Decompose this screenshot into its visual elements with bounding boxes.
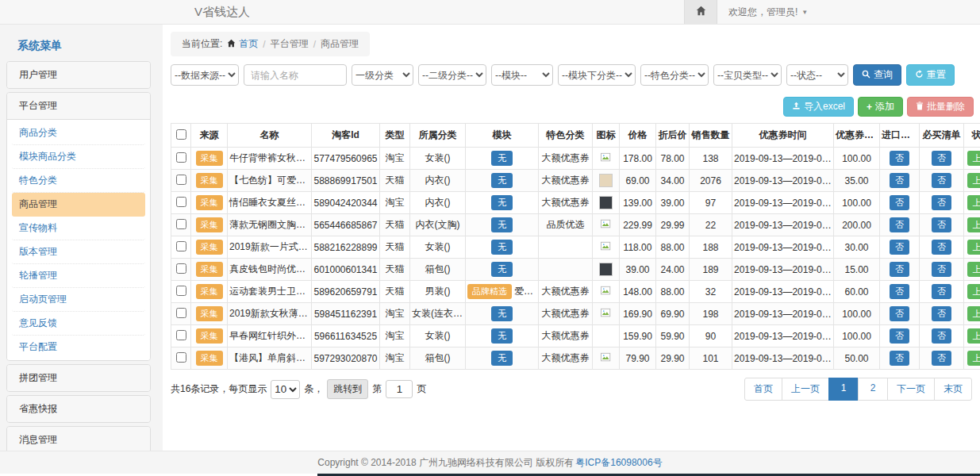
sidebar-item-平台配置[interactable]: 平台配置 [12, 336, 145, 359]
sales-cell: 90 [690, 325, 732, 347]
status-toggle[interactable]: 上架 [967, 240, 980, 255]
row-checkbox[interactable] [176, 330, 186, 340]
row-checkbox[interactable] [176, 241, 186, 251]
row-checkbox[interactable] [176, 286, 186, 296]
status-toggle[interactable]: 上架 [967, 195, 980, 210]
sidebar-item-特色分类[interactable]: 特色分类 [12, 169, 145, 193]
import-choice-toggle[interactable]: 否 [890, 217, 909, 232]
status-toggle[interactable]: 上架 [967, 328, 980, 344]
source-badge: 采集 [196, 173, 223, 188]
feature-cell: 大额优惠券 [539, 347, 593, 370]
name-cell: 情侣睡衣女夏丝绸男士... [228, 192, 312, 214]
source-badge: 采集 [196, 306, 223, 321]
source-badge: 采集 [196, 195, 223, 210]
import-excel-button[interactable]: 导入excel [783, 97, 854, 117]
pager-button-下一页[interactable]: 下一页 [887, 378, 935, 401]
import-choice-toggle[interactable]: 否 [890, 240, 909, 255]
pager-button-末页[interactable]: 末页 [934, 378, 972, 401]
sidebar-item-商品管理[interactable]: 商品管理 [12, 193, 145, 217]
per-page-select[interactable]: 10 [271, 380, 300, 399]
row-checkbox[interactable] [176, 197, 186, 207]
sidebar-group-平台管理[interactable]: 平台管理 [7, 93, 150, 119]
sidebar-item-轮播管理[interactable]: 轮播管理 [12, 264, 145, 288]
filter-select-module-subcategory[interactable]: --模块下分类-- [558, 64, 636, 86]
status-cell: 上架 [964, 214, 980, 236]
import-choice-toggle[interactable]: 否 [890, 284, 909, 299]
row-checkbox[interactable] [176, 152, 186, 163]
sidebar-item-商品分类[interactable]: 商品分类 [12, 121, 145, 145]
sidebar-group-消息管理[interactable]: 消息管理 [7, 427, 150, 451]
filter-select-item-type[interactable]: --宝贝类型-- [713, 64, 782, 86]
filter-select-level2-category[interactable]: --二级分类-- [418, 64, 486, 86]
status-cell: 上架 [964, 325, 980, 347]
pager-button-首页[interactable]: 首页 [744, 378, 782, 401]
row-checkbox[interactable] [176, 175, 186, 185]
must-buy-toggle[interactable]: 否 [932, 240, 951, 255]
coupon-time-cell: 2019-09-13—2019-09-17 [732, 325, 834, 347]
pager-button-2[interactable]: 2 [858, 378, 888, 401]
status-toggle[interactable]: 上架 [967, 262, 980, 277]
pager-button-1[interactable]: 1 [828, 378, 859, 401]
sidebar-item-模块商品分类[interactable]: 模块商品分类 [12, 145, 145, 169]
add-button[interactable]: + 添加 [858, 97, 903, 117]
status-toggle[interactable]: 上架 [967, 351, 980, 366]
icp-link[interactable]: 粤ICP备16098006号 [575, 456, 662, 470]
row-checkbox[interactable] [176, 219, 186, 229]
must-buy-toggle[interactable]: 否 [932, 284, 951, 299]
import-choice-toggle[interactable]: 否 [890, 306, 909, 321]
page-number-input[interactable] [386, 380, 413, 398]
user-menu[interactable]: 欢迎您，管理员! ▼ [728, 6, 808, 19]
import-choice-toggle[interactable]: 否 [890, 173, 909, 188]
status-toggle[interactable]: 上架 [967, 217, 980, 232]
table-row: 采集薄款无钢圈文胸聚拢性...565446685867天猫内衣(文胸)无品质优选… [171, 214, 980, 236]
source-badge: 采集 [196, 328, 223, 344]
home-button[interactable] [684, 0, 717, 24]
import-choice-toggle[interactable]: 否 [890, 328, 909, 344]
sidebar-group-省惠快报[interactable]: 省惠快报 [7, 396, 150, 422]
feature-cell: 大额优惠券 [539, 192, 593, 214]
import-choice-toggle[interactable]: 否 [890, 195, 909, 210]
status-toggle[interactable]: 上架 [967, 173, 980, 188]
coupon-amount-cell: 50.00 [834, 347, 880, 370]
module-cell: 无 [466, 214, 539, 236]
filter-select-status[interactable]: --状态-- [786, 64, 848, 86]
batch-delete-button[interactable]: 批量删除 [907, 97, 974, 117]
filter-input-name[interactable] [244, 64, 347, 86]
filter-select-level1-category[interactable]: 一级分类 [352, 64, 413, 86]
must-buy-toggle[interactable]: 否 [932, 173, 951, 188]
row-checkbox[interactable] [176, 308, 186, 318]
select-all-checkbox[interactable] [176, 129, 186, 140]
sidebar-item-启动页管理[interactable]: 启动页管理 [12, 288, 145, 312]
filter-fields: --数据来源--一级分类--二级分类----模块----模块下分类----特色分… [171, 64, 848, 86]
sidebar-item-宣传物料[interactable]: 宣传物料 [12, 217, 145, 240]
must-buy-toggle[interactable]: 否 [932, 328, 951, 344]
sidebar-item-意见反馈[interactable]: 意见反馈 [12, 312, 145, 336]
import-choice-toggle[interactable]: 否 [890, 351, 909, 366]
jump-button[interactable]: 跳转到 [327, 379, 368, 399]
reset-button[interactable]: 重置 [906, 64, 955, 86]
filter-select-module[interactable]: --模块-- [491, 64, 553, 86]
sidebar-item-版本管理[interactable]: 版本管理 [12, 240, 145, 264]
must-buy-toggle[interactable]: 否 [932, 262, 951, 277]
must-buy-toggle[interactable]: 否 [932, 351, 951, 366]
must-buy-toggle[interactable]: 否 [932, 306, 951, 321]
must-buy-toggle[interactable]: 否 [932, 217, 951, 232]
status-toggle[interactable]: 上架 [967, 284, 980, 299]
filter-select-data-source[interactable]: --数据来源-- [171, 64, 239, 86]
breadcrumb-home-link[interactable]: 首页 [227, 37, 258, 51]
row-checkbox[interactable] [176, 352, 186, 363]
sidebar-group: 消息管理 [6, 426, 151, 451]
must-buy-toggle[interactable]: 否 [932, 151, 951, 166]
import-choice-toggle[interactable]: 否 [890, 262, 909, 277]
status-toggle[interactable]: 上架 [967, 151, 980, 166]
import-choice-toggle[interactable]: 否 [890, 151, 909, 166]
must-buy-toggle[interactable]: 否 [932, 195, 951, 210]
status-toggle[interactable]: 上架 [967, 306, 980, 321]
sidebar-group-拼团管理[interactable]: 拼团管理 [7, 365, 150, 391]
filter-select-feature-category[interactable]: --特色分类-- [640, 64, 709, 86]
pager-button-上一页[interactable]: 上一页 [782, 378, 829, 401]
breadcrumb-item-current: 商品管理 [321, 37, 359, 51]
search-button[interactable]: 查询 [853, 64, 901, 86]
sidebar-group-用户管理[interactable]: 用户管理 [7, 62, 150, 88]
row-checkbox[interactable] [176, 263, 186, 274]
